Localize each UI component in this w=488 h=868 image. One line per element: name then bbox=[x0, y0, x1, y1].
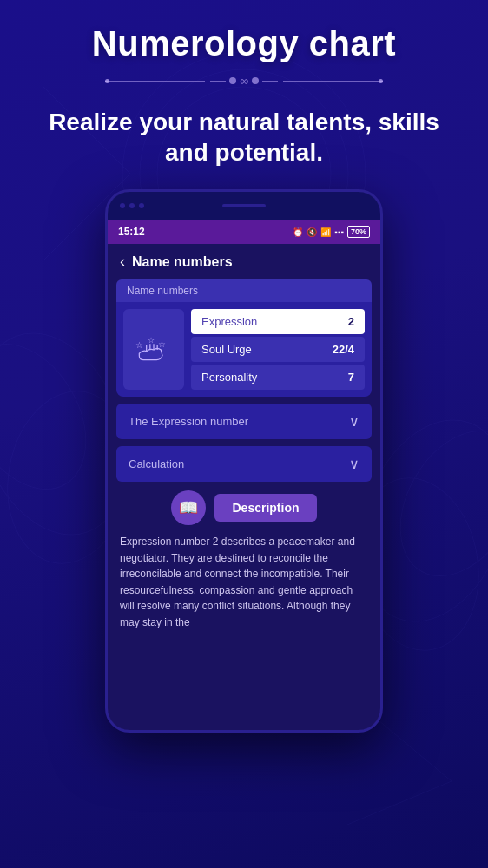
app-content: ‹ Name numbers Name numbers ☆ ☆ ☆ bbox=[108, 244, 380, 730]
signal-icon: ▪▪▪ bbox=[334, 227, 344, 237]
phone-dot-1 bbox=[120, 203, 125, 208]
wifi-icon: 📶 bbox=[320, 227, 331, 237]
status-bar: 15:12 ⏰ 🔇 📶 ▪▪▪ 70% bbox=[108, 220, 380, 244]
phone-dot-3 bbox=[139, 203, 144, 208]
phone-dot-2 bbox=[129, 203, 135, 208]
battery-indicator: 70% bbox=[347, 226, 370, 238]
numbers-list: Expression 2 Soul Urge 22/4 Personality … bbox=[191, 309, 365, 390]
phone-top-bar bbox=[108, 192, 380, 220]
expression-chevron-icon: ∨ bbox=[349, 413, 359, 430]
phone-speaker bbox=[222, 204, 266, 207]
personality-value: 7 bbox=[348, 371, 354, 384]
personality-label: Personality bbox=[201, 371, 257, 384]
personality-row[interactable]: Personality 7 bbox=[191, 365, 365, 390]
soul-urge-value: 22/4 bbox=[333, 343, 354, 356]
subtitle: Realize your natural talents, skills and… bbox=[26, 107, 462, 168]
svg-text:☆: ☆ bbox=[135, 340, 143, 350]
alarm-icon: ⏰ bbox=[293, 227, 303, 237]
section-label: Name numbers bbox=[116, 279, 372, 302]
expression-accordion-label: The Expression number bbox=[129, 415, 248, 428]
phone-mockup: 15:12 ⏰ 🔇 📶 ▪▪▪ 70% ‹ Name numbers Name … bbox=[105, 189, 383, 733]
expression-number-accordion[interactable]: The Expression number ∨ bbox=[116, 404, 372, 439]
expression-value: 2 bbox=[348, 315, 354, 328]
soul-urge-label: Soul Urge bbox=[201, 343, 252, 356]
description-text: Expression number 2 describes a peacemak… bbox=[120, 534, 368, 631]
description-icon: 📖 bbox=[171, 490, 206, 525]
book-icon: 📖 bbox=[179, 498, 198, 517]
expression-row[interactable]: Expression 2 bbox=[191, 309, 365, 334]
description-label: Description bbox=[214, 494, 316, 522]
calculation-accordion-label: Calculation bbox=[129, 457, 184, 470]
nav-title: Name numbers bbox=[132, 254, 233, 270]
calculation-accordion[interactable]: Calculation ∨ bbox=[116, 446, 372, 482]
status-icons: ⏰ 🔇 📶 ▪▪▪ 70% bbox=[293, 226, 370, 238]
svg-text:☆: ☆ bbox=[148, 335, 155, 344]
calculation-chevron-icon: ∨ bbox=[349, 456, 359, 472]
soul-urge-row[interactable]: Soul Urge 22/4 bbox=[191, 337, 365, 362]
nav-bar: ‹ Name numbers bbox=[108, 244, 380, 279]
mute-icon: 🔇 bbox=[307, 227, 317, 237]
status-time: 15:12 bbox=[118, 226, 145, 238]
description-header: 📖 Description bbox=[116, 490, 372, 525]
hand-stars-icon: ☆ ☆ ☆ bbox=[132, 328, 175, 372]
ornamental-divider: ∞ bbox=[105, 74, 383, 88]
back-button[interactable]: ‹ bbox=[120, 253, 125, 271]
expression-label: Expression bbox=[201, 315, 257, 328]
numbers-card: ☆ ☆ ☆ Expression 2 bbox=[116, 302, 372, 397]
main-title: Numerology chart bbox=[92, 24, 396, 63]
bottom-fade bbox=[108, 631, 380, 666]
numbers-icon: ☆ ☆ ☆ bbox=[123, 309, 184, 390]
phone-dots bbox=[120, 203, 144, 208]
svg-text:☆: ☆ bbox=[158, 339, 166, 348]
content-wrapper: Numerology chart ∞ Realize your natural … bbox=[0, 0, 488, 868]
